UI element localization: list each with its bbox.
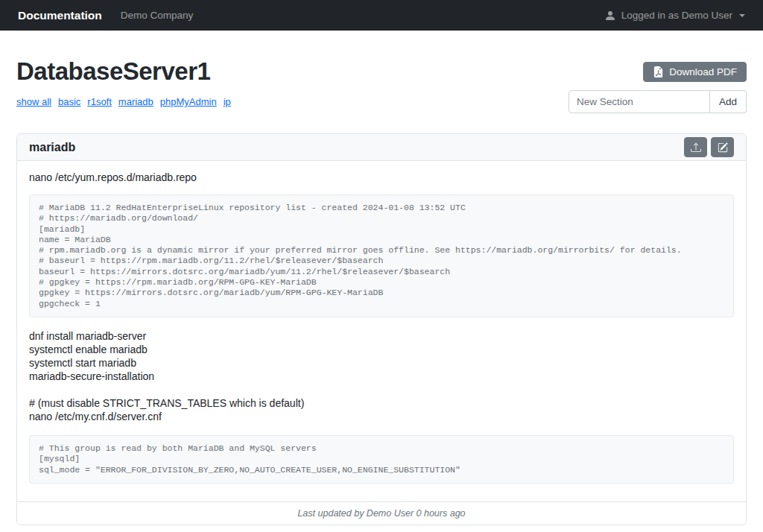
app-brand[interactable]: Documentation <box>18 9 102 22</box>
user-menu[interactable]: Logged in as Demo User <box>604 10 745 22</box>
page-title: DatabaseServer1 <box>16 57 210 86</box>
upload-icon <box>691 142 701 153</box>
add-section-button[interactable]: Add <box>710 90 747 113</box>
upload-button[interactable] <box>684 137 707 157</box>
edit-pencil-icon <box>718 142 728 153</box>
code-block-repo-config: # MariaDB 11.2 RedHatEnterpriseLinux rep… <box>29 194 734 317</box>
section-footer: Last updated by Demo User 0 hours ago <box>17 501 746 525</box>
nav-company-link[interactable]: Demo Company <box>121 10 194 21</box>
install-commands-text: dnf install mariadb-server systemctl ena… <box>29 329 734 383</box>
filter-link-basic[interactable]: basic <box>58 96 80 107</box>
config-note-text: # (must disable STRICT_TRANS_TABLES whic… <box>29 396 734 423</box>
edit-section-button[interactable] <box>711 137 734 157</box>
intro-command-text: nano /etc/yum.repos.d/mariadb.repo <box>29 171 734 183</box>
filter-link-r1soft[interactable]: r1soft <box>87 96 112 107</box>
section-filter-links: show all basic r1soft mariadb phpMyAdmin… <box>16 96 231 107</box>
main-content: DatabaseServer1 Download PDF show all ba… <box>0 31 763 525</box>
download-pdf-button[interactable]: Download PDF <box>643 62 747 82</box>
new-section-input[interactable] <box>569 90 710 113</box>
section-title: mariadb <box>29 141 75 154</box>
filter-link-show-all[interactable]: show all <box>16 96 51 107</box>
section-body: nano /etc/yum.repos.d/mariadb.repo # Mar… <box>17 161 746 501</box>
pdf-file-icon <box>653 66 664 77</box>
section-actions <box>684 137 734 157</box>
new-section-group: Add <box>569 90 747 113</box>
filter-link-phpmyadmin[interactable]: phpMyAdmin <box>160 96 217 107</box>
section-card-header: mariadb <box>17 134 746 161</box>
section-card-mariadb: mariadb nano /etc/yum.repos.d/mariadb.re… <box>16 133 747 525</box>
code-block-server-cnf: # This group is read by both MariaDB and… <box>29 435 734 484</box>
user-menu-label: Logged in as Demo User <box>621 10 732 21</box>
filter-and-add-row: show all basic r1soft mariadb phpMyAdmin… <box>16 90 747 113</box>
title-row: DatabaseServer1 Download PDF <box>16 57 747 86</box>
person-icon <box>604 10 616 22</box>
caret-down-icon <box>739 14 745 17</box>
top-navbar: Documentation Demo Company Logged in as … <box>0 0 763 31</box>
download-pdf-label: Download PDF <box>669 66 737 77</box>
filter-link-ip[interactable]: ip <box>224 96 231 107</box>
filter-link-mariadb[interactable]: mariadb <box>118 96 153 107</box>
